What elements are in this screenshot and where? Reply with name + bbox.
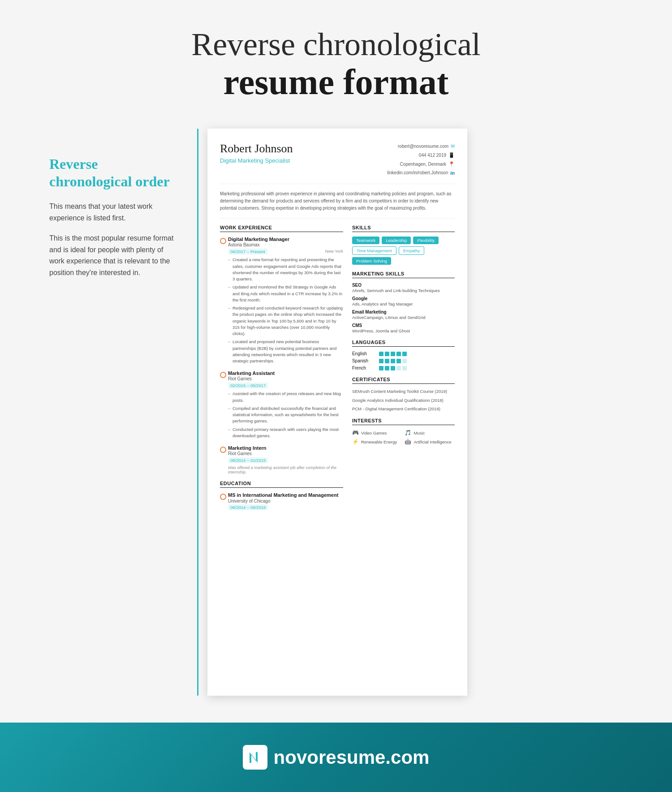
languages-header: LANGUAGES [352, 340, 455, 347]
mskill-google: Google Ads, Analytics and Tag Manager [352, 296, 455, 306]
phone-icon: 📱 [448, 151, 455, 160]
energy-icon: ⚡ [352, 439, 359, 445]
work-entry-3: Marketing Intern Riot Games 08/2014 – 01… [220, 445, 343, 474]
cert-2: Google Analytics Individual Qualificatio… [352, 397, 455, 403]
bullet-item: Conducted primary research with users pl… [228, 426, 343, 439]
language-french: French [352, 366, 455, 370]
description-1: This means that your latest work experie… [49, 201, 175, 224]
company-3: Riot Games [228, 451, 343, 456]
french-dots [379, 366, 407, 370]
mskill-email: Email Marketing ActiveCampaign, Litmus a… [352, 310, 455, 320]
skill-teamwork: Teamwork [352, 237, 379, 244]
language-english: English [352, 351, 455, 356]
resume-job-title: Digital Marketing Specialist [220, 157, 293, 164]
language-spanish: Spanish [352, 358, 455, 363]
ai-icon: 🤖 [405, 439, 411, 445]
english-dots [379, 352, 407, 356]
location-1: New York [325, 249, 343, 254]
bracket-area [193, 129, 207, 696]
resume-body: WORK EXPERIENCE Digital Marketing Manage… [220, 225, 455, 515]
intern-note: Was offered a marketing assistant job af… [228, 465, 343, 474]
skill-problem-solving: Problem Solving [352, 257, 391, 265]
email-icon: ✉ [451, 142, 455, 151]
marketing-skills-header: MARKETING SKILLS [352, 271, 455, 278]
resume-identity: Robert Johnson Digital Marketing Special… [220, 142, 293, 164]
footer-logo: novoresume.com [243, 745, 430, 770]
work-experience-header: WORK EXPERIENCE [220, 225, 343, 232]
interest-video-games: 🎮 Video Games [352, 430, 402, 436]
footer-n-icon [243, 745, 267, 770]
edu-school: University of Chicago [228, 499, 343, 504]
skill-time-mgmt: Time Management [352, 246, 396, 255]
resume-left-col: WORK EXPERIENCE Digital Marketing Manage… [220, 225, 343, 515]
resume-right-col: SKILLS Teamwork Leadership Flexibility T… [352, 225, 455, 515]
work-entry-2: Marketing Assistant Riot Games 02/2015 –… [220, 370, 343, 439]
date-range-2: 02/2015 – 05/2017 [228, 383, 268, 388]
mskill-seo: SEO Ahrefs, Semrush and Link-building Te… [352, 283, 455, 293]
bullet-item: Redesigned and conducted keyword researc… [228, 305, 343, 337]
footer-domain: novoresume.com [274, 747, 430, 768]
interests-header: INTERESTS [352, 418, 455, 425]
bullets-2: Assisted with the creation of press rele… [228, 391, 343, 439]
skills-tags: Teamwork Leadership Flexibility Time Man… [352, 237, 455, 265]
company-2: Riot Games [228, 376, 343, 381]
bracket-line [197, 129, 198, 696]
left-panel: Reverse chronological order This means t… [49, 129, 193, 696]
bullet-item: Compiled and distributed successfully th… [228, 405, 343, 425]
job-title-3: Marketing Intern [228, 445, 343, 451]
edu-dates: 06/2014 – 06/2016 [228, 504, 268, 510]
interest-renewable-energy: ⚡ Renewable Energy [352, 439, 402, 445]
work-entry-1: Digital Marketing Manager Astoria Baumax… [220, 237, 343, 364]
contact-location: Copenhagen, Denmark 📍 [388, 160, 455, 169]
edu-degree: MS in International Marketing and Manage… [228, 492, 343, 498]
music-icon: 🎵 [405, 430, 411, 436]
location-icon: 📍 [448, 160, 455, 169]
date-range-3: 08/2014 – 01/2015 [228, 457, 268, 463]
dates-3: 08/2014 – 01/2015 [228, 457, 343, 463]
contact-email: robert@novoresume.com ✉ [388, 142, 455, 151]
cert-1: SEMrush Content Marketing Toolkit Course… [352, 388, 455, 394]
resume-name: Robert Johnson [220, 142, 293, 155]
interests-grid: 🎮 Video Games 🎵 Music ⚡ Renewable Energy… [352, 430, 455, 445]
dates-1: 06/2017 – Present New York [228, 249, 343, 254]
skills-header: SKILLS [352, 225, 455, 232]
resume-card: Robert Johnson Digital Marketing Special… [207, 129, 467, 696]
edu-entry-1: MS in International Marketing and Manage… [220, 492, 343, 510]
page-header: Reverse chronological resume format [0, 0, 672, 120]
linkedin-icon: in [450, 169, 455, 178]
resume-summary: Marketing professional with proven exper… [220, 190, 455, 219]
job-title-1: Digital Marketing Manager [228, 237, 343, 242]
interest-ai: 🤖 Artificial Intelligence [405, 439, 455, 445]
resume-header: Robert Johnson Digital Marketing Special… [220, 142, 455, 184]
title-light: Reverse chronological [9, 27, 663, 62]
date-range-1: 06/2017 – Present [228, 249, 267, 254]
interest-music: 🎵 Music [405, 430, 455, 436]
contact-phone: 044 412 2019 📱 [388, 151, 455, 160]
section-title: Reverse chronological order [49, 155, 175, 190]
skill-empathy: Empathy [399, 246, 425, 255]
mskill-cms: CMS WordPress, Joomla and Ghost [352, 323, 455, 333]
bullet-item: Updated and monitored the Bid Strategy i… [228, 284, 343, 303]
certificates-header: CERTIFICATES [352, 377, 455, 384]
main-content: Reverse chronological order This means t… [22, 120, 650, 705]
video-games-icon: 🎮 [352, 430, 359, 436]
bullet-item: Located and proposed new potential busin… [228, 339, 343, 364]
bullet-item: Assisted with the creation of press rele… [228, 391, 343, 404]
description-2: This is the most popular resume format a… [49, 232, 175, 278]
spanish-dots [379, 359, 407, 363]
cert-3: PCM - Digital Management Certification (… [352, 406, 455, 412]
title-bold: resume format [9, 62, 663, 102]
skill-leadership: Leadership [382, 237, 411, 244]
job-title-2: Marketing Assistant [228, 370, 343, 376]
contact-linkedin: linkedin.com/in/robert.Johnson in [388, 169, 455, 178]
skill-flexibility: Flexibility [413, 237, 439, 244]
education-header: EDUCATION [220, 481, 343, 488]
bullets-1: Created a new format for reporting and p… [228, 257, 343, 364]
dates-2: 02/2015 – 05/2017 [228, 383, 343, 388]
page-footer: novoresume.com [0, 723, 672, 792]
company-1: Astoria Baumax [228, 242, 343, 247]
contact-info: robert@novoresume.com ✉ 044 412 2019 📱 C… [388, 142, 455, 177]
bullet-item: Created a new format for reporting and p… [228, 257, 343, 282]
